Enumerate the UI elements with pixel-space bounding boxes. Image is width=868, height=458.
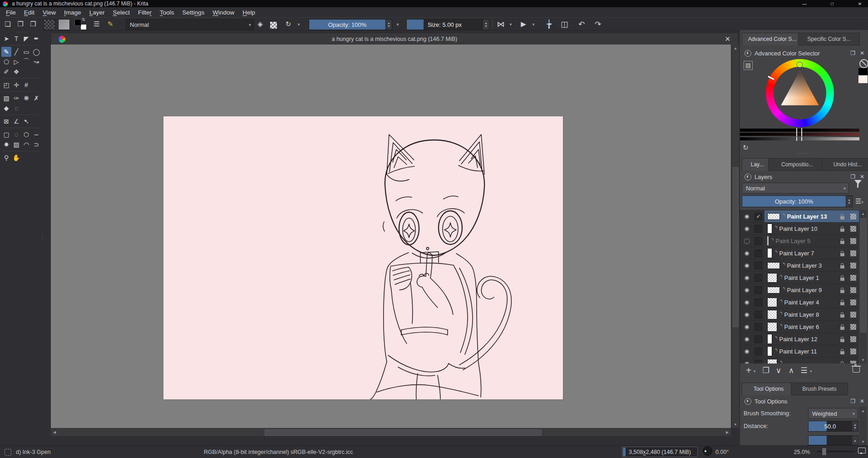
tool-smart-patch[interactable]: ✗	[31, 93, 41, 103]
strip-3-handle[interactable]	[796, 137, 802, 141]
open-document-button[interactable]: ❐	[15, 19, 26, 30]
tool-fill[interactable]: ◆	[1, 103, 11, 113]
tool-edit-shapes[interactable]: ◤	[21, 34, 31, 44]
layer-inherit-alpha-icon[interactable]	[850, 275, 856, 281]
move-layer-up-button[interactable]: ∧	[786, 365, 796, 375]
shade-strip-1[interactable]	[740, 129, 859, 132]
layer-lock-icon[interactable]	[840, 241, 844, 244]
layer-row[interactable]: ◉ ↰ Paint Layer 1	[741, 272, 859, 284]
tool-select-bezier[interactable]: ◠	[21, 139, 31, 149]
document-close-icon[interactable]: ✕	[725, 35, 730, 43]
vertical-scrollbar[interactable]: ▲ ▼	[731, 45, 739, 428]
layer-row[interactable]: ◉ ↰ Paint Layer 4	[741, 296, 859, 308]
distance-spinbox[interactable]: 50.0	[808, 421, 852, 432]
brush-size-slider[interactable]: Size: 5.00 px	[406, 19, 483, 30]
tool-freehand-path[interactable]: ↝	[31, 57, 41, 67]
layer-visibility-toggle[interactable]: ◉	[741, 274, 753, 281]
layer-lock-icon[interactable]	[840, 278, 844, 281]
tool-crop[interactable]: #	[21, 80, 31, 90]
undo-button[interactable]: ↶	[576, 19, 587, 30]
selection-shape-icon[interactable]	[5, 449, 11, 456]
add-layer-caret[interactable]: ▾	[754, 369, 756, 373]
layer-blending-mode-combobox[interactable]: Normal ▾	[742, 183, 849, 194]
menu-edit[interactable]: Edit	[20, 8, 39, 17]
layer-visibility-toggle[interactable]: ◉	[741, 225, 753, 232]
tool-text[interactable]: T	[11, 34, 21, 44]
close-docker-icon[interactable]: ✕	[860, 398, 864, 404]
tool-select-elliptical[interactable]: ◌	[11, 129, 21, 139]
layer-inherit-alpha-icon[interactable]	[850, 324, 856, 330]
tool-color-picker[interactable]: ✑	[11, 93, 21, 103]
tool-pattern[interactable]: ❋	[21, 93, 31, 103]
layer-row[interactable]: ◉ ↰ Paint Layer 10	[741, 223, 859, 234]
choose-brush-preset-button[interactable]: ☰	[91, 19, 103, 30]
tool-select-polygonal[interactable]: ⬡	[21, 129, 31, 139]
tool-select-freehand[interactable]: ∽	[31, 129, 41, 139]
menu-filter[interactable]: Filter	[134, 8, 156, 17]
layer-row[interactable]: ◉ ↰ Paint Layer 7	[741, 247, 859, 259]
scroll-left-icon[interactable]: ◀	[51, 428, 58, 436]
tool-move[interactable]: ✛	[11, 80, 21, 90]
tool-calligraphy[interactable]: ✒	[31, 34, 41, 44]
tool-gradient[interactable]: ▧	[1, 93, 11, 103]
partial-spinbox[interactable]	[808, 435, 852, 445]
layer-inherit-alpha-icon[interactable]	[850, 312, 856, 318]
layer-inherit-alpha-icon[interactable]	[850, 250, 856, 256]
layer-checkbox[interactable]	[755, 348, 762, 355]
tool-polyline[interactable]: ▷	[11, 57, 21, 67]
maximize-button[interactable]: □	[824, 0, 840, 7]
reload-brush-button[interactable]: ↻	[282, 19, 294, 30]
layer-visibility-toggle[interactable]: ◉	[741, 250, 753, 256]
tool-bezier-curve[interactable]: ⌒	[21, 57, 31, 67]
layer-row[interactable]: ◉ ↰ Paint Layer 3	[741, 259, 859, 271]
fit-to-screen-icon[interactable]	[858, 448, 866, 453]
layer-checkbox[interactable]	[755, 323, 762, 331]
minimize-button[interactable]: —	[797, 0, 812, 7]
tool-transform[interactable]: ◰	[1, 80, 11, 90]
tab-composition[interactable]: Compositio...	[768, 158, 826, 171]
layer-row[interactable]: ◉ ✓ ↰ Paint Layer 13	[741, 210, 859, 222]
layer-inherit-alpha-icon[interactable]	[850, 263, 856, 269]
zoom-slider-handle[interactable]	[822, 448, 827, 456]
edit-brush-settings-button[interactable]: ✎	[104, 19, 116, 30]
layer-row[interactable]: ◉ ↰ Paint Layer 6	[741, 321, 859, 333]
duplicate-layer-button[interactable]: ❐	[761, 365, 771, 375]
tool-enclose-fill[interactable]: ◌	[11, 103, 21, 113]
mirror-vertical-button[interactable]: ▶	[518, 19, 529, 30]
layer-visibility-toggle[interactable]: ◉	[741, 360, 753, 363]
menu-file[interactable]: File	[2, 8, 20, 17]
layer-row[interactable]: ◉ ↰ Paint Layer 9	[741, 284, 859, 296]
document-tab[interactable]: a hungry cat is a mischevious cat.png (1…	[51, 33, 738, 45]
layer-lock-icon[interactable]	[840, 290, 844, 293]
scroll-up-icon[interactable]: ▲	[732, 45, 739, 52]
layer-visibility-toggle[interactable]: ◉	[741, 287, 753, 293]
scroll-up-icon[interactable]: ▲	[859, 210, 867, 217]
move-layer-down-button[interactable]: ∨	[774, 365, 784, 375]
layer-inherit-alpha-icon[interactable]	[850, 336, 856, 342]
layer-inherit-alpha-icon[interactable]	[850, 226, 856, 232]
layers-scroll-handle[interactable]	[860, 218, 866, 333]
layer-lock-icon[interactable]	[840, 253, 844, 256]
scroll-down-icon[interactable]: ▼	[859, 438, 867, 445]
float-docker-icon[interactable]: ❐	[850, 398, 855, 404]
tool-ellipse[interactable]: ◯	[31, 47, 41, 57]
layer-lock-icon[interactable]	[840, 229, 844, 232]
workspace-chooser-button[interactable]: ◫	[558, 19, 570, 30]
tool-assistants[interactable]: ➷	[21, 116, 31, 126]
layer-checkbox[interactable]	[755, 311, 762, 319]
docker-lock-icon[interactable]	[745, 174, 751, 180]
fg-bg-color-swatch[interactable]: ⇅	[74, 19, 88, 29]
layer-inherit-alpha-icon[interactable]	[850, 299, 856, 305]
docker-splitter[interactable]: ······	[740, 151, 868, 155]
gradient-chooser[interactable]	[58, 19, 70, 30]
canvas-viewport[interactable]	[51, 45, 731, 428]
scroll-down-icon[interactable]: ▼	[859, 356, 867, 363]
layer-options-menu-icon[interactable]: ☰▾	[855, 197, 863, 205]
triangle-cursor[interactable]	[797, 62, 802, 67]
opacity-option-caret[interactable]: ▾	[394, 19, 401, 30]
layer-row[interactable]: ◉ ↰ Paint Layer 8	[741, 309, 859, 320]
tab-brush-presets[interactable]: Brush Presets	[791, 383, 848, 395]
tab-advanced-color-selector[interactable]: Advanced Color S...	[742, 33, 803, 45]
tool-freehand-brush[interactable]: ✎	[1, 47, 11, 57]
layer-visibility-toggle[interactable]: ◉	[741, 336, 753, 342]
